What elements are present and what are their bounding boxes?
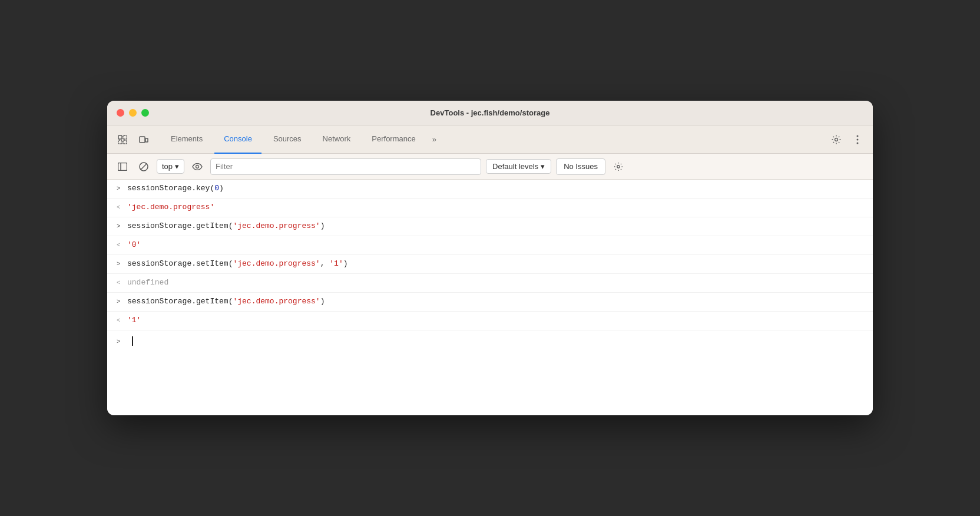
svg-rect-5 [145,138,148,142]
svg-rect-4 [140,137,145,143]
dropdown-arrow-icon: ▾ [541,162,545,171]
devtools-window: DevTools - jec.fish/demo/storage Eleme [107,101,873,415]
svg-point-9 [857,142,859,144]
cursor-arrow: > [117,337,122,348]
log-levels-selector[interactable]: Default levels ▾ [486,159,551,174]
console-line: >sessionStorage.getItem('jec.demo.progre… [107,293,873,312]
device-toggle-icon[interactable] [135,131,152,148]
output-arrow: < [117,240,122,251]
input-arrow: > [117,297,122,307]
console-settings-icon[interactable] [610,158,627,175]
line-content[interactable]: sessionStorage.setItem('jec.demo.progres… [127,258,863,270]
dropdown-arrow-icon: ▾ [175,162,179,171]
svg-rect-0 [118,135,122,139]
title-bar: DevTools - jec.fish/demo/storage [107,101,873,125]
line-content[interactable]: '1' [127,315,863,327]
console-output: >sessionStorage.key(0)<'jec.demo.progres… [107,180,873,415]
clear-console-icon[interactable] [135,158,152,175]
console-input-line[interactable]: > [107,330,873,352]
console-line: <'jec.demo.progress' [107,199,873,217]
output-arrow: < [117,203,122,213]
svg-point-7 [857,135,859,137]
cursor [132,336,133,346]
window-title: DevTools - jec.fish/demo/storage [431,108,550,117]
svg-line-13 [141,163,147,170]
tab-bar-icons [114,131,152,148]
console-line: >sessionStorage.key(0) [107,180,873,199]
console-line: <'0' [107,236,873,255]
input-arrow: > [117,184,122,194]
console-line: >sessionStorage.getItem('jec.demo.progre… [107,217,873,236]
context-selector[interactable]: top ▾ [157,159,184,174]
console-line: >sessionStorage.setItem('jec.demo.progre… [107,255,873,274]
minimize-button[interactable] [129,109,137,117]
sidebar-toggle-icon[interactable] [114,158,131,175]
input-arrow: > [117,221,122,232]
svg-rect-2 [123,135,127,139]
more-tabs-button[interactable]: » [428,129,441,150]
line-content[interactable]: sessionStorage.getItem('jec.demo.progres… [127,296,863,308]
tab-bar-right [828,131,866,148]
console-toolbar: top ▾ Default levels ▾ No Issues [107,154,873,180]
maximize-button[interactable] [141,109,149,117]
tab-performance[interactable]: Performance [362,125,425,154]
no-issues-button[interactable]: No Issues [556,158,605,175]
svg-rect-3 [123,140,127,144]
filter-input[interactable] [210,158,481,175]
line-content[interactable]: sessionStorage.getItem('jec.demo.progres… [127,220,863,233]
input-arrow: > [117,259,122,270]
svg-point-6 [835,138,838,141]
line-content[interactable]: undefined [127,277,863,289]
select-element-icon[interactable] [114,131,131,148]
svg-point-8 [857,138,859,140]
line-content[interactable]: 'jec.demo.progress' [127,201,863,214]
svg-point-15 [617,165,620,167]
settings-icon[interactable] [828,131,845,148]
svg-point-14 [196,165,199,168]
close-button[interactable] [117,109,124,117]
traffic-lights [117,109,149,117]
svg-rect-10 [118,163,127,170]
console-line: <'1' [107,312,873,330]
more-options-icon[interactable] [849,131,866,148]
tab-network[interactable]: Network [313,125,360,154]
tab-bar: Elements Console Sources Network Perform… [107,125,873,154]
svg-rect-1 [118,140,122,144]
eye-icon[interactable] [189,158,206,175]
tab-elements[interactable]: Elements [161,125,212,154]
tab-console[interactable]: Console [214,125,261,154]
line-content[interactable]: '0' [127,239,863,252]
output-arrow: < [117,278,122,289]
line-content[interactable]: sessionStorage.key(0) [127,183,863,195]
console-line: <undefined [107,274,873,293]
tab-sources[interactable]: Sources [264,125,311,154]
output-arrow: < [117,316,122,326]
